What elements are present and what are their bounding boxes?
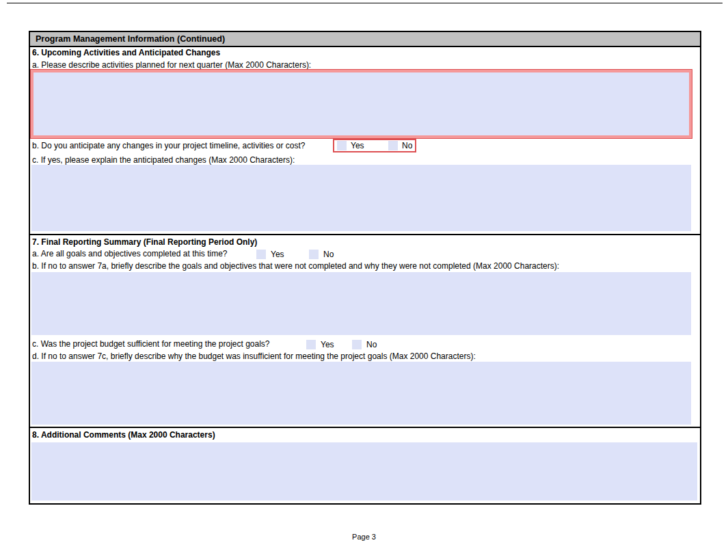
section7-qc-no-checkbox[interactable] [352,340,362,349]
section6-qb-yes-checkbox[interactable] [337,141,347,150]
form-container: Program Management Information (Continue… [29,31,701,505]
section7-qb-textarea[interactable] [31,272,691,335]
section6-title: 6. Upcoming Activities and Anticipated C… [32,48,220,58]
form-header-title: Program Management Information (Continue… [36,34,225,44]
section6-qb-yes-label: Yes [351,140,364,151]
section7-qc-row: c. Was the project budget sufficient for… [32,339,698,351]
section7-qc-yes-checkbox[interactable] [306,340,316,349]
section6-qb-no-checkbox[interactable] [388,141,398,150]
section6-qa-textarea[interactable] [31,70,692,138]
section7-qa-no-label: No [323,249,334,260]
section7-qc-yes-label: Yes [321,339,334,350]
section7-qb-label: b. If no to answer 7a, briefly describe … [32,261,559,271]
section7-qa-row: a. Are all goals and objectives complete… [32,249,698,261]
section8-title: 8. Additional Comments (Max 2000 Charact… [32,430,215,440]
section7-qc-no-label: No [366,339,377,350]
section7-qc-label: c. Was the project budget sufficient for… [32,339,270,349]
section7-qd-textarea[interactable] [31,362,691,425]
section7-qa-no-checkbox[interactable] [309,250,319,259]
section6-qb-label: b. Do you anticipate any changes in your… [32,141,306,150]
document-page: Program Management Information (Continue… [0,0,728,560]
section7-qa-yes-label: Yes [271,249,284,260]
section7-title: 7. Final Reporting Summary (Final Report… [32,237,257,248]
section8-divider [30,427,700,428]
section7-divider [30,234,700,235]
section6-qb-no-label: No [402,140,412,151]
section7-qd-label: d. If no to answer 7c, briefly describe … [32,351,476,362]
section6-qa-label: a. Please describe activities planned fo… [32,60,311,70]
page-number: Page 3 [0,533,728,541]
section7-qa-label: a. Are all goals and objectives complete… [32,249,228,258]
section7-qa-yes-checkbox[interactable] [256,250,266,259]
section6-qc-label: c. If yes, please explain the anticipate… [32,155,295,165]
section6-qc-textarea[interactable] [31,165,691,231]
section6-qb-options-highlight: Yes No [333,139,416,152]
page-top-rule [7,3,723,3]
form-header: Program Management Information (Continue… [30,32,700,47]
section8-comments-textarea[interactable] [31,442,697,501]
